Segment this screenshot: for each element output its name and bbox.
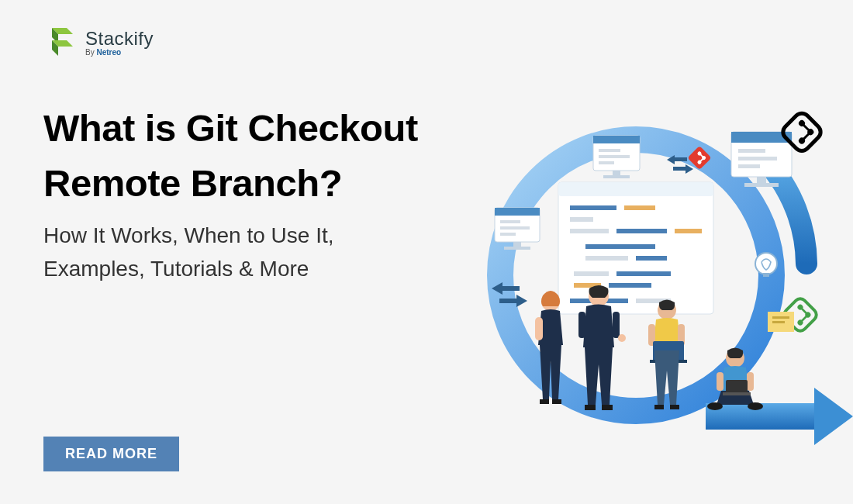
svg-rect-13 bbox=[570, 229, 609, 233]
svg-rect-37 bbox=[757, 177, 766, 183]
svg-rect-55 bbox=[763, 273, 769, 277]
svg-rect-30 bbox=[613, 171, 620, 175]
svg-rect-10 bbox=[570, 205, 616, 210]
svg-rect-96 bbox=[747, 372, 754, 391]
svg-rect-51 bbox=[675, 157, 687, 161]
svg-rect-76 bbox=[772, 321, 785, 323]
svg-rect-14 bbox=[616, 229, 667, 233]
svg-rect-9 bbox=[558, 182, 713, 196]
svg-line-72 bbox=[800, 307, 808, 315]
svg-rect-99 bbox=[726, 380, 748, 394]
svg-rect-20 bbox=[616, 271, 671, 276]
svg-rect-49 bbox=[499, 299, 516, 303]
stackify-logo-icon bbox=[43, 25, 78, 59]
hero-content: What is Git Checkout Remote Branch? How … bbox=[43, 101, 478, 286]
svg-point-54 bbox=[755, 253, 777, 274]
svg-rect-100 bbox=[723, 392, 751, 395]
svg-point-97 bbox=[707, 402, 723, 410]
svg-rect-22 bbox=[609, 283, 651, 288]
svg-line-67 bbox=[802, 132, 810, 140]
svg-rect-31 bbox=[603, 175, 630, 178]
svg-rect-41 bbox=[500, 220, 520, 223]
svg-rect-84 bbox=[578, 312, 585, 338]
svg-rect-35 bbox=[738, 157, 777, 161]
svg-rect-16 bbox=[585, 244, 655, 249]
svg-rect-82 bbox=[613, 312, 620, 338]
svg-rect-34 bbox=[738, 149, 765, 153]
brand-name: Stackify bbox=[85, 28, 154, 50]
brand-text: Stackify By Netreo bbox=[85, 28, 154, 57]
svg-rect-43 bbox=[500, 233, 516, 236]
svg-rect-80 bbox=[552, 399, 561, 404]
svg-rect-78 bbox=[535, 317, 543, 340]
svg-rect-47 bbox=[502, 286, 520, 291]
svg-line-66 bbox=[802, 123, 810, 132]
svg-point-83 bbox=[618, 334, 626, 342]
svg-point-98 bbox=[748, 402, 763, 410]
svg-marker-48 bbox=[516, 295, 527, 307]
svg-rect-29 bbox=[599, 161, 614, 164]
svg-rect-12 bbox=[570, 217, 593, 222]
page-subtitle: How It Works, When to Use It, Examples, … bbox=[43, 219, 478, 286]
svg-rect-11 bbox=[624, 205, 655, 210]
svg-rect-27 bbox=[599, 149, 620, 152]
svg-rect-40 bbox=[495, 208, 540, 216]
hero-illustration bbox=[450, 93, 853, 481]
svg-line-73 bbox=[800, 315, 808, 323]
svg-rect-26 bbox=[593, 136, 640, 143]
svg-rect-28 bbox=[599, 155, 630, 158]
svg-rect-36 bbox=[738, 164, 760, 168]
svg-rect-86 bbox=[602, 405, 613, 410]
svg-rect-19 bbox=[574, 271, 609, 276]
svg-rect-38 bbox=[744, 183, 779, 187]
svg-rect-17 bbox=[585, 256, 628, 261]
brand-logo: Stackify By Netreo bbox=[43, 25, 154, 59]
svg-rect-92 bbox=[654, 405, 664, 409]
svg-rect-75 bbox=[772, 316, 789, 319]
brand-byline: By Netreo bbox=[85, 48, 154, 57]
svg-rect-42 bbox=[500, 226, 530, 230]
read-more-button[interactable]: READ MORE bbox=[43, 437, 179, 471]
svg-marker-7 bbox=[814, 388, 853, 445]
svg-rect-85 bbox=[585, 405, 596, 410]
svg-rect-18 bbox=[636, 256, 667, 261]
svg-rect-93 bbox=[670, 405, 679, 409]
svg-rect-44 bbox=[513, 242, 521, 247]
svg-rect-53 bbox=[673, 167, 686, 171]
page-title: What is Git Checkout Remote Branch? bbox=[43, 101, 478, 211]
svg-rect-15 bbox=[675, 229, 702, 233]
svg-rect-95 bbox=[717, 372, 723, 391]
svg-rect-45 bbox=[504, 247, 530, 250]
svg-rect-79 bbox=[540, 399, 549, 404]
